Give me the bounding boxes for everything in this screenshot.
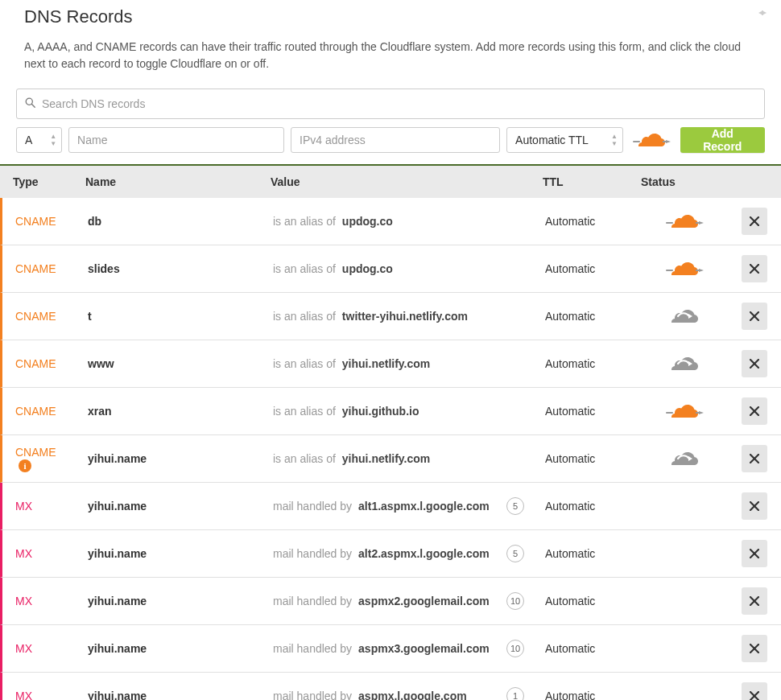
table-header: Type Name Value TTL Status (0, 164, 781, 198)
search-input[interactable] (42, 97, 756, 110)
record-type[interactable]: CNAME (2, 300, 80, 332)
table-row[interactable]: MXyihui.namemail handled by alt1.aspmx.l… (0, 483, 781, 530)
record-status[interactable] (635, 686, 733, 700)
delete-cell (733, 198, 775, 245)
table-row[interactable]: CNAMEdbis an alias of updog.coAutomatic (0, 198, 781, 245)
record-value[interactable]: is an alias of yihui.netlify.com (265, 443, 537, 475)
record-type[interactable]: CNAME (2, 205, 80, 237)
delete-button[interactable] (742, 350, 767, 377)
record-status[interactable] (635, 249, 733, 288)
record-value[interactable]: is an alias of yihui.netlify.com (265, 348, 537, 380)
record-value[interactable]: is an alias of yihui.github.io (265, 395, 537, 427)
record-name[interactable]: db (80, 205, 265, 237)
record-name[interactable]: yihui.name (80, 585, 265, 617)
record-value-input[interactable] (300, 134, 491, 146)
stepper-icon: ▲▼ (50, 134, 56, 147)
value-target: twitter-yihui.netlify.com (342, 310, 468, 323)
record-status[interactable] (635, 496, 733, 516)
record-type[interactable]: CNAMEi (2, 436, 80, 482)
record-type[interactable]: CNAME (2, 348, 80, 380)
delete-button[interactable] (742, 255, 767, 282)
delete-button[interactable] (742, 303, 767, 330)
record-type[interactable]: CNAME (2, 395, 80, 427)
record-status[interactable] (635, 591, 733, 611)
value-prefix: mail handled by (273, 547, 352, 560)
cloud-proxied-icon (663, 259, 705, 278)
close-icon (750, 264, 759, 274)
record-name[interactable]: yihui.name (80, 490, 265, 522)
close-icon (750, 501, 759, 511)
record-ttl[interactable]: Automatic (537, 395, 635, 427)
record-status[interactable] (635, 639, 733, 658)
delete-button[interactable] (742, 397, 767, 425)
record-type[interactable]: CNAME (2, 253, 80, 285)
record-type[interactable]: MX (2, 585, 80, 617)
record-value[interactable]: is an alias of twitter-yihui.netlify.com (265, 300, 537, 332)
record-value[interactable]: mail handled by aspmx3.googlemail.com10 (265, 630, 537, 667)
record-type[interactable]: MX (2, 537, 80, 570)
record-status[interactable] (635, 544, 733, 563)
record-name[interactable]: www (80, 348, 265, 380)
delete-button[interactable] (742, 492, 767, 520)
record-name[interactable]: t (80, 300, 265, 332)
record-value[interactable]: mail handled by alt1.aspmx.l.google.com5 (265, 488, 537, 525)
search-wrap[interactable] (16, 89, 765, 119)
record-ttl[interactable]: Automatic (537, 300, 635, 332)
record-name[interactable]: slides (80, 253, 265, 285)
record-value[interactable]: is an alias of updog.co (265, 253, 537, 285)
record-type-select[interactable]: A ▲▼ (16, 127, 62, 153)
drag-handle-icon[interactable]: ◂▸ (758, 6, 765, 18)
record-name[interactable]: yihui.name (80, 632, 265, 665)
record-ttl[interactable]: Automatic (537, 632, 635, 665)
record-ttl-select[interactable]: Automatic TTL ▲▼ (506, 127, 623, 153)
table-row[interactable]: CNAMEiyihui.nameis an alias of yihui.net… (0, 435, 781, 483)
table-row[interactable]: CNAMEtis an alias of twitter-yihui.netli… (0, 293, 781, 340)
table-row[interactable]: MXyihui.namemail handled by alt2.aspmx.l… (0, 530, 781, 578)
record-ttl[interactable]: Automatic (537, 205, 635, 237)
record-name[interactable]: yihui.name (80, 680, 265, 700)
record-type[interactable]: MX (2, 680, 80, 700)
record-type[interactable]: MX (2, 632, 80, 665)
delete-button[interactable] (742, 682, 767, 700)
table-row[interactable]: MXyihui.namemail handled by aspmx2.googl… (0, 578, 781, 625)
record-status[interactable] (635, 297, 733, 336)
record-name[interactable]: yihui.name (80, 443, 265, 475)
record-name-field-wrap[interactable] (68, 127, 284, 153)
record-ttl[interactable]: Automatic (537, 537, 635, 570)
record-ttl[interactable]: Automatic (537, 348, 635, 380)
table-row[interactable]: MXyihui.namemail handled by aspmx.l.goog… (0, 673, 781, 700)
record-ttl[interactable]: Automatic (537, 253, 635, 285)
delete-button[interactable] (742, 587, 767, 615)
record-value[interactable]: mail handled by aspmx2.googlemail.com10 (265, 583, 537, 620)
record-value[interactable]: is an alias of updog.co (265, 205, 537, 237)
record-name[interactable]: xran (80, 395, 265, 427)
record-ttl[interactable]: Automatic (537, 443, 635, 475)
value-target: aspmx.l.google.com (358, 690, 467, 700)
record-ttl[interactable]: Automatic (537, 680, 635, 700)
delete-button[interactable] (742, 635, 767, 662)
value-prefix: is an alias of (273, 357, 336, 370)
info-icon[interactable]: i (19, 459, 31, 472)
record-status[interactable] (635, 344, 733, 383)
record-name[interactable]: yihui.name (80, 537, 265, 570)
record-value[interactable]: mail handled by aspmx.l.google.com1 (265, 677, 537, 700)
record-name-input[interactable] (77, 134, 275, 146)
delete-button[interactable] (742, 208, 767, 235)
table-row[interactable]: MXyihui.namemail handled by aspmx3.googl… (0, 625, 781, 673)
cloud-proxied-icon (663, 212, 705, 231)
add-record-button[interactable]: Add Record (680, 127, 765, 153)
record-ttl[interactable]: Automatic (537, 490, 635, 522)
record-status[interactable] (635, 202, 733, 241)
record-status[interactable] (635, 439, 733, 478)
record-value-field-wrap[interactable] (291, 127, 500, 153)
table-row[interactable]: CNAMEwwwis an alias of yihui.netlify.com… (0, 340, 781, 388)
table-row[interactable]: CNAMExranis an alias of yihui.github.ioA… (0, 388, 781, 435)
record-status[interactable] (635, 392, 733, 430)
record-value[interactable]: mail handled by alt2.aspmx.l.google.com5 (265, 535, 537, 572)
delete-button[interactable] (742, 540, 767, 567)
table-row[interactable]: CNAMEslidesis an alias of updog.coAutoma… (0, 245, 781, 293)
record-ttl[interactable]: Automatic (537, 585, 635, 617)
proxy-toggle[interactable] (630, 130, 674, 150)
record-type[interactable]: MX (2, 490, 80, 522)
delete-button[interactable] (742, 445, 767, 472)
